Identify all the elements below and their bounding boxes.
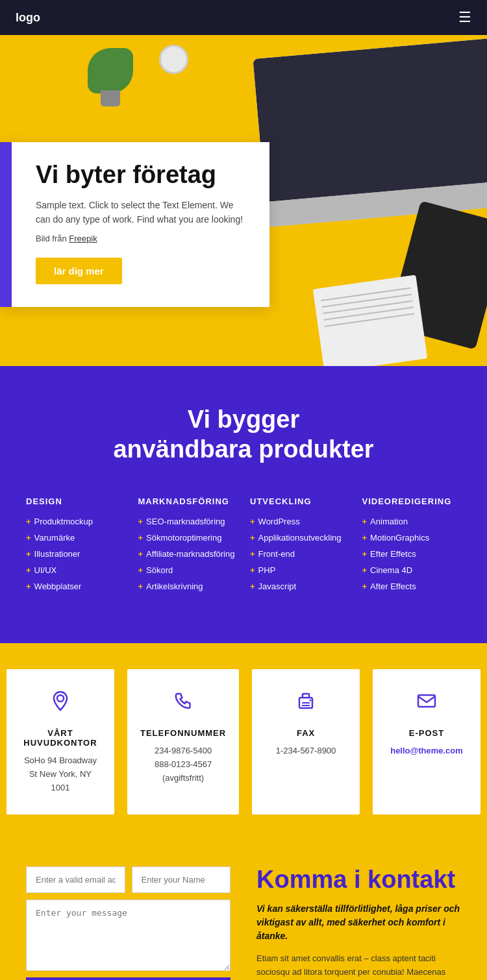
plus-icon: + [362,533,368,543]
plus-icon: + [362,549,368,559]
hamburger-icon[interactable]: ☰ [458,9,471,26]
contact-card-title: FAX [265,728,347,738]
contact-card: E-POSThello@theme.com [373,669,481,814]
svg-point-0 [57,695,64,702]
service-item: + Efter Effetcs [362,549,462,559]
hero-credit: Bild från Freepik [36,234,247,243]
hero-section: Vi byter företag Sample text. Click to s… [0,35,487,366]
plant-decoration [84,42,136,106]
plus-icon: + [250,582,255,591]
hero-title: Vi byter företag [36,162,247,189]
service-item: + Varumärke [26,533,125,543]
contact-card-line: 888-0123-4567 (avgiftsfritt) [140,758,226,785]
service-item: + Sökord [138,565,238,575]
notebook-decoration [313,275,428,366]
plus-icon: + [138,533,144,543]
service-item: + Cinema 4D [362,565,462,575]
plus-icon: + [26,565,31,575]
plus-icon: + [26,549,31,559]
contact-card-line: 1-234-567-8900 [265,744,347,758]
service-item: + SEO-marknadsföring [138,517,238,526]
contact-card: TELEFONNUMMER234-9876-5400888-0123-4567 … [127,669,239,814]
contact-card-icon [386,689,468,719]
service-col-heading: DESIGN [26,496,125,506]
name-field[interactable] [132,866,231,893]
contact-info: Komma i kontakt Vi kan säkerställa tillf… [256,866,461,980]
hero-description: Sample text. Click to select the Text El… [36,198,247,227]
service-item: + Applikationsutveckling [250,533,349,543]
service-column: UTVECKLING+ WordPress+ Applikationsutvec… [250,496,349,598]
services-section: Vi byggeranvändbara produkter DESIGN+ Pr… [0,366,487,643]
service-col-heading: MARKNADSFÖRING [138,496,238,506]
contact-card-title: VÅRT HUVUDKONTOR [19,728,101,748]
service-item: + Webbplatser [26,582,125,591]
plus-icon: + [250,549,255,559]
contact-card-icon [19,689,101,719]
contact-email-link[interactable]: hello@theme.com [390,746,463,755]
contact-title: Komma i kontakt [256,866,461,894]
plus-icon: + [250,533,255,543]
plus-icon: + [138,582,144,591]
form-section: Skicka in Komma i kontakt Vi kan säkerst… [0,840,487,980]
plus-icon: + [138,565,144,575]
service-col-heading: VIDEOREDIGERING [362,496,462,506]
contact-card: FAX1-234-567-8900 [252,669,360,814]
plus-icon: + [138,549,144,559]
plus-icon: + [250,565,255,575]
service-item: + Sökmotoroptimering [138,533,238,543]
plus-icon: + [362,582,368,591]
service-item: + Artikelskrivning [138,582,238,591]
contact-card-line: 234-9876-5400 [140,744,226,758]
contact-body: Etiam sit amet convallis erat – class ap… [256,952,461,980]
service-item: + UI/UX [26,565,125,575]
plus-icon: + [138,517,144,526]
service-item: + Front-end [250,549,349,559]
contact-card-title: TELEFONNUMMER [140,728,226,738]
service-item: + PHP [250,565,349,575]
contact-card-icon [140,689,226,719]
contact-cards-section: VÅRT HUVUDKONTORSoHo 94 Broadway St New … [0,643,487,840]
hero-card: Vi byter företag Sample text. Click to s… [0,142,269,307]
services-grid: DESIGN+ Produktmockup+ Varumärke+ Illust… [26,496,461,598]
form-container: Skicka in [26,866,231,980]
service-column: DESIGN+ Produktmockup+ Varumärke+ Illust… [26,496,125,598]
plus-icon: + [26,582,31,591]
service-column: MARKNADSFÖRING+ SEO-marknadsföring+ Sökm… [138,496,238,598]
plus-icon: + [362,517,368,526]
plus-icon: + [250,517,255,526]
submit-button[interactable]: Skicka in [26,977,231,980]
contact-card: VÅRT HUVUDKONTORSoHo 94 Broadway St New … [6,669,114,814]
navbar: logo ☰ [0,0,487,35]
service-item: + Illustrationer [26,549,125,559]
email-field[interactable] [26,866,125,893]
svg-rect-5 [418,695,435,707]
laptop-decoration [253,38,487,227]
freepik-link[interactable]: Freepik [69,234,97,243]
contact-card-icon [265,689,347,719]
service-item: + Produktmockup [26,517,125,526]
services-title: Vi byggeranvändbara produkter [26,405,461,464]
contact-tagline: Vi kan säkerställa tillförlitlighet, låg… [256,902,461,943]
coffee-decoration [159,45,188,74]
message-field[interactable] [26,900,231,971]
service-item: + WordPress [250,517,349,526]
service-item: + Affiliate-marknadsföring [138,549,238,559]
svg-point-2 [310,700,312,702]
service-col-heading: UTVECKLING [250,496,349,506]
service-item: + MotionGraphics [362,533,462,543]
plus-icon: + [362,565,368,575]
form-row-1 [26,866,231,893]
hero-cta-button[interactable]: lär dig mer [36,258,122,284]
hero-accent-bar [0,142,12,307]
contact-card-line: SoHo 94 Broadway St New York, NY 1001 [19,754,101,794]
service-item: + After Effects [362,582,462,591]
nav-logo: logo [16,11,40,25]
service-item: + Animation [362,517,462,526]
plus-icon: + [26,533,31,543]
service-column: VIDEOREDIGERING+ Animation+ MotionGraphi… [362,496,462,598]
contact-card-title: E-POST [386,728,468,738]
plus-icon: + [26,517,31,526]
service-item: + Javascript [250,582,349,591]
